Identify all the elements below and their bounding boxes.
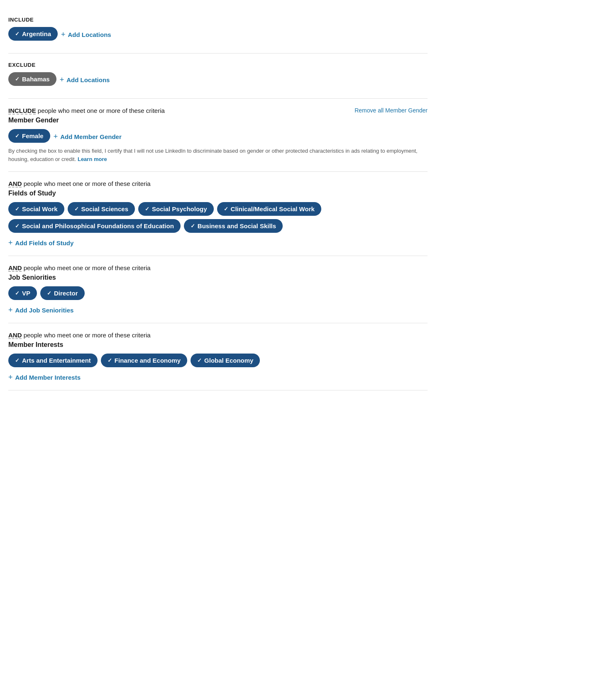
- job-seniorities-criteria: AND people who meet one or more of these…: [8, 264, 151, 271]
- member-interests-section: AND people who meet one or more of these…: [8, 323, 428, 390]
- plus-icon-exclude: +: [60, 76, 64, 84]
- check-icon: ✓: [191, 223, 195, 229]
- fields-of-study-section: AND people who meet one or more of these…: [8, 172, 428, 256]
- member-interest-tag[interactable]: ✓Global Economy: [191, 354, 260, 367]
- check-icon: ✓: [15, 31, 20, 37]
- member-interests-header: AND people who meet one or more of these…: [8, 332, 428, 339]
- check-icon: ✓: [197, 357, 202, 364]
- fields-of-study-tags-row: ✓Social Work✓Social Sciences✓Social Psyc…: [8, 202, 428, 233]
- include-keyword: INCLUDE: [8, 107, 36, 114]
- job-seniorities-section: AND people who meet one or more of these…: [8, 256, 428, 323]
- tag-label: Social and Philosophical Foundations of …: [22, 222, 174, 229]
- member-gender-section: INCLUDE people who meet one or more of t…: [8, 99, 428, 172]
- tag-label: Social Work: [22, 205, 58, 212]
- check-icon: ✓: [15, 206, 20, 212]
- and-keyword-jobs: AND: [8, 264, 22, 271]
- and-keyword-fields: AND: [8, 180, 22, 187]
- tag-label: Arts and Entertainment: [22, 357, 91, 364]
- include-tags-row: ✓ Argentina + Add Locations: [8, 27, 428, 41]
- check-icon: ✓: [15, 223, 20, 229]
- tag-label: Director: [54, 290, 78, 297]
- plus-icon-fields: +: [8, 239, 13, 247]
- tag-label: Social Sciences: [81, 205, 128, 212]
- tag-label: Finance and Economy: [115, 357, 181, 364]
- include-section: INCLUDE ✓ Argentina + Add Locations: [8, 8, 428, 54]
- check-icon-bahamas: ✓: [15, 76, 20, 82]
- fields-of-study-header: AND people who meet one or more of these…: [8, 180, 428, 187]
- member-interests-criteria-text: people who meet one or more of these cri…: [24, 332, 151, 339]
- member-gender-criteria: INCLUDE people who meet one or more of t…: [8, 107, 165, 114]
- tag-label: Clinical/Medical Social Work: [231, 205, 315, 212]
- check-icon: ✓: [145, 206, 149, 212]
- exclude-tags-row: ✓ Bahamas + Add Locations: [8, 72, 428, 86]
- job-seniorities-tags-row: ✓VP✓Director: [8, 286, 428, 300]
- plus-icon-gender: +: [54, 132, 58, 141]
- member-gender-tags-row: ✓ Female + Add Member Gender: [8, 129, 428, 143]
- tag-label: Social Psychology: [152, 205, 207, 212]
- fields-criteria-text: people who meet one or more of these cri…: [24, 180, 151, 187]
- bahamas-tag[interactable]: ✓ Bahamas: [8, 72, 56, 86]
- job-seniority-tag[interactable]: ✓VP: [8, 286, 37, 300]
- job-seniority-tag[interactable]: ✓Director: [40, 286, 85, 300]
- field-of-study-tag[interactable]: ✓Clinical/Medical Social Work: [217, 202, 321, 216]
- field-of-study-tag[interactable]: ✓Social Psychology: [138, 202, 214, 216]
- include-label: INCLUDE: [8, 17, 428, 23]
- fields-of-study-title: Fields of Study: [8, 190, 428, 197]
- exclude-label: EXCLUDE: [8, 62, 428, 68]
- add-fields-of-study-link[interactable]: + Add Fields of Study: [8, 239, 73, 247]
- female-tag-label: Female: [22, 132, 44, 139]
- plus-icon-jobs: +: [8, 306, 13, 315]
- field-of-study-tag[interactable]: ✓Business and Social Skills: [184, 219, 283, 233]
- check-icon: ✓: [108, 357, 112, 364]
- argentina-tag-label: Argentina: [22, 30, 51, 37]
- fields-criteria: AND people who meet one or more of these…: [8, 180, 151, 187]
- field-of-study-tag[interactable]: ✓Social Sciences: [68, 202, 135, 216]
- check-icon: ✓: [15, 357, 20, 364]
- remove-all-member-gender-link[interactable]: Remove all Member Gender: [354, 107, 428, 114]
- check-icon-female: ✓: [15, 133, 20, 139]
- tag-label: Business and Social Skills: [198, 222, 276, 229]
- bahamas-tag-label: Bahamas: [22, 76, 50, 83]
- check-icon: ✓: [74, 206, 79, 212]
- check-icon: ✓: [15, 290, 20, 296]
- learn-more-link[interactable]: Learn more: [78, 156, 107, 162]
- field-of-study-tag[interactable]: ✓Social Work: [8, 202, 64, 216]
- job-seniorities-title: Job Seniorities: [8, 274, 428, 281]
- member-interest-tag[interactable]: ✓Finance and Economy: [101, 354, 187, 367]
- female-tag[interactable]: ✓ Female: [8, 129, 50, 143]
- add-locations-link-exclude[interactable]: + Add Locations: [60, 74, 110, 86]
- member-interests-criteria: AND people who meet one or more of these…: [8, 332, 151, 339]
- gender-disclaimer: By checking the box to enable this field…: [8, 147, 428, 163]
- field-of-study-tag[interactable]: ✓Social and Philosophical Foundations of…: [8, 219, 181, 233]
- member-interests-tags-row: ✓Arts and Entertainment✓Finance and Econ…: [8, 354, 428, 367]
- tag-label: VP: [22, 290, 30, 297]
- member-gender-title: Member Gender: [8, 117, 428, 124]
- add-member-gender-link[interactable]: + Add Member Gender: [54, 131, 122, 143]
- add-job-seniorities-link[interactable]: + Add Job Seniorities: [8, 306, 73, 315]
- exclude-section: EXCLUDE ✓ Bahamas + Add Locations: [8, 54, 428, 99]
- check-icon: ✓: [224, 206, 228, 212]
- add-locations-link-include[interactable]: + Add Locations: [61, 29, 111, 41]
- add-member-interests-link[interactable]: + Add Member Interests: [8, 373, 81, 382]
- plus-icon-interests: +: [8, 373, 13, 382]
- check-icon: ✓: [47, 290, 51, 296]
- member-gender-header: INCLUDE people who meet one or more of t…: [8, 107, 428, 114]
- job-seniorities-criteria-text: people who meet one or more of these cri…: [24, 264, 151, 271]
- and-keyword-interests: AND: [8, 332, 22, 339]
- plus-icon: +: [61, 30, 66, 39]
- tag-label: Global Economy: [204, 357, 253, 364]
- member-gender-criteria-text: people who meet one or more of these cri…: [38, 107, 165, 114]
- member-interest-tag[interactable]: ✓Arts and Entertainment: [8, 354, 98, 367]
- member-interests-title: Member Interests: [8, 341, 428, 349]
- argentina-tag[interactable]: ✓ Argentina: [8, 27, 58, 41]
- disclaimer-text: By checking the box to enable this field…: [8, 148, 418, 162]
- job-seniorities-header: AND people who meet one or more of these…: [8, 264, 428, 271]
